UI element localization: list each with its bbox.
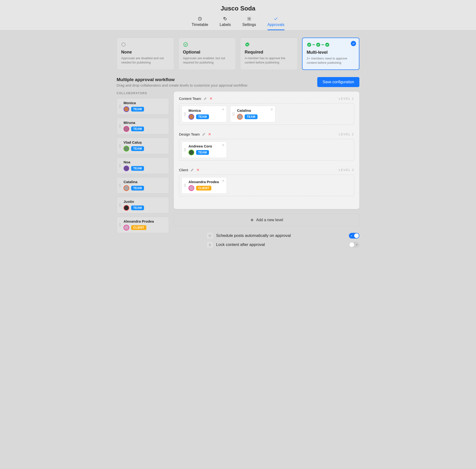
- option-card-optional[interactable]: Optional Approvals are enabled, but not …: [178, 38, 236, 70]
- person-name: Monica: [188, 109, 224, 113]
- avatar: [237, 114, 243, 120]
- collaborator-item[interactable]: Justin TEAM: [117, 197, 169, 213]
- collaborator-item[interactable]: Alexandra Prodea CLIENT: [117, 217, 169, 233]
- tab-approvals[interactable]: Approvals: [268, 16, 284, 30]
- add-level-button[interactable]: Add a new level: [174, 213, 359, 227]
- level-member-chip[interactable]: ✕ Alexandra Prodea CLIENT: [182, 177, 227, 194]
- page-title: Jusco Soda: [0, 5, 476, 12]
- delete-level-button[interactable]: ✕: [209, 96, 213, 101]
- option-icon: [183, 42, 232, 47]
- option-description: A member has to approve the content befo…: [245, 56, 293, 65]
- setting-label: Schedule posts automatically on approval: [216, 233, 346, 238]
- save-configuration-button[interactable]: Save configuration: [317, 77, 359, 87]
- level-dropzone[interactable]: ✕ Alexandra Prodea CLIENT: [179, 175, 354, 196]
- avatar: [123, 146, 129, 151]
- level-member-chip[interactable]: ✕ Catalina TEAM: [230, 106, 275, 122]
- person-name: Catalina: [123, 180, 166, 184]
- edit-level-button[interactable]: [202, 132, 206, 136]
- role-badge: TEAM: [131, 186, 144, 191]
- collaborators-heading: COLLABORATORS: [117, 92, 169, 95]
- tab-label: Labels: [220, 23, 231, 27]
- option-icon: [245, 42, 293, 47]
- delete-level-button[interactable]: ✕: [196, 168, 200, 172]
- toggle-switch[interactable]: ✕: [349, 242, 359, 248]
- avatar: [123, 225, 129, 230]
- role-badge: TEAM: [131, 166, 144, 171]
- role-badge: TEAM: [131, 146, 144, 151]
- level-name: Client: [179, 168, 188, 172]
- person-name: Justin: [123, 199, 166, 204]
- remove-member-icon[interactable]: ✕: [270, 108, 273, 111]
- tab-settings[interactable]: Settings: [242, 16, 256, 30]
- person-name: Noa: [123, 160, 166, 164]
- edit-level-button[interactable]: [204, 97, 207, 100]
- drag-handle-icon[interactable]: [118, 204, 122, 207]
- level-block: Client ✕ LEVEL 3 ✕ Alexandra Prodea CLIE…: [179, 168, 354, 196]
- level-member-chip[interactable]: ✕ Andreea Coro TEAM: [182, 142, 227, 158]
- drag-handle-icon[interactable]: [118, 105, 122, 108]
- gear-icon: [247, 16, 252, 21]
- tab-label: Timetable: [192, 23, 208, 27]
- drag-handle-icon[interactable]: [183, 184, 187, 187]
- edit-level-button[interactable]: [190, 168, 194, 172]
- drag-handle-icon[interactable]: [118, 164, 122, 167]
- remove-member-icon[interactable]: ✕: [222, 143, 225, 147]
- drag-handle-icon[interactable]: [183, 113, 187, 115]
- approval-option-grid: None Approvals are disabled and not need…: [117, 38, 359, 77]
- remove-member-icon[interactable]: ✕: [222, 179, 225, 183]
- drag-handle-icon[interactable]: [118, 125, 122, 128]
- option-icon: [121, 42, 170, 47]
- avatar: [123, 165, 129, 171]
- tab-label: Settings: [242, 23, 256, 27]
- remove-member-icon[interactable]: ✕: [222, 108, 225, 111]
- svg-point-1: [224, 18, 225, 18]
- tab-labels[interactable]: Labels: [220, 16, 231, 30]
- drag-handle-icon[interactable]: [183, 148, 187, 151]
- option-description: Approvals are disabled and not needed fo…: [121, 56, 170, 65]
- role-badge: TEAM: [245, 114, 257, 119]
- person-name: Miruna: [123, 121, 166, 125]
- option-description: 2+ members need to approve content befor…: [307, 56, 355, 65]
- svg-rect-11: [209, 245, 211, 246]
- option-title: Required: [245, 50, 293, 55]
- person-name: Alexandra Prodea: [188, 180, 224, 184]
- level-dropzone[interactable]: ✕ Andreea Coro TEAM: [179, 139, 354, 161]
- avatar: [188, 185, 194, 191]
- collaborator-item[interactable]: Monica TEAM: [117, 98, 169, 115]
- selected-check-icon: [351, 41, 356, 46]
- level-dropzone[interactable]: ✕ Monica TEAM ✕ Catalina TEAM: [179, 103, 354, 125]
- level-member-chip[interactable]: ✕ Monica TEAM: [182, 106, 227, 122]
- collaborator-item[interactable]: Noa TEAM: [117, 158, 169, 174]
- add-level-label: Add a new level: [256, 218, 283, 222]
- drag-handle-icon[interactable]: [118, 223, 122, 226]
- collaborator-item[interactable]: Catalina TEAM: [117, 177, 169, 194]
- option-card-none[interactable]: None Approvals are disabled and not need…: [117, 38, 174, 70]
- level-tag: LEVEL 1: [339, 97, 354, 100]
- avatar: [123, 185, 129, 191]
- tabs: TimetableLabelsSettingsApprovals: [0, 16, 476, 30]
- collaborator-item[interactable]: Miruna TEAM: [117, 118, 169, 134]
- workflow-header: Multiple approval workflow Drag and drop…: [117, 77, 359, 87]
- drag-handle-icon[interactable]: [118, 184, 122, 187]
- option-card-multi[interactable]: Multi-level 2+ members need to approve c…: [302, 38, 360, 70]
- svg-point-3: [122, 43, 125, 46]
- level-block: Design Team ✕ LEVEL 2 ✕ Andreea Coro TEA…: [179, 132, 354, 161]
- toggle-switch[interactable]: ✓: [349, 233, 359, 239]
- option-title: Optional: [183, 50, 232, 55]
- avatar: [188, 150, 194, 155]
- collaborator-item[interactable]: Vlad Caluș TEAM: [117, 138, 169, 154]
- setting-row: Lock content after approval ✕: [207, 242, 359, 248]
- avatar: [188, 114, 194, 120]
- role-badge: TEAM: [196, 150, 209, 155]
- close-icon: ✕: [356, 243, 358, 246]
- collaborator-list: Monica TEAM Miruna TEAM Vlad Caluș TEAM …: [117, 98, 169, 233]
- check-icon: [273, 16, 278, 21]
- delete-level-button[interactable]: ✕: [208, 132, 211, 136]
- option-title: Multi-level: [307, 50, 355, 55]
- tab-timetable[interactable]: Timetable: [192, 16, 208, 30]
- drag-handle-icon[interactable]: [232, 113, 235, 115]
- option-title: None: [121, 50, 170, 55]
- option-card-required[interactable]: Required A member has to approve the con…: [240, 38, 298, 70]
- workflow-heading: Multiple approval workflow: [117, 77, 247, 82]
- drag-handle-icon[interactable]: [118, 144, 122, 147]
